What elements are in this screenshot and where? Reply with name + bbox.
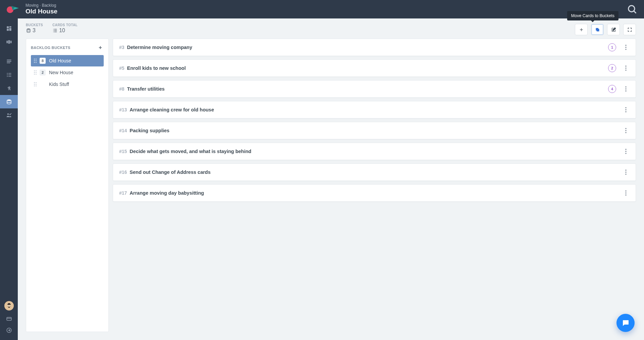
card-row[interactable]: #17Arrange moving day babysitting — [113, 184, 636, 202]
svg-point-44 — [36, 74, 37, 75]
svg-point-42 — [36, 72, 37, 73]
card-menu-button[interactable] — [622, 64, 630, 72]
svg-point-36 — [36, 60, 37, 61]
card-row[interactable]: #13Arrange cleaning crew for old house — [113, 101, 636, 118]
card-menu-button[interactable] — [622, 189, 630, 197]
grip-icon[interactable] — [34, 82, 37, 87]
add-bucket-button[interactable]: + — [97, 44, 104, 51]
rail-billing[interactable] — [0, 313, 18, 325]
svg-rect-27 — [7, 318, 11, 321]
card-menu-button[interactable] — [622, 127, 630, 134]
svg-point-40 — [36, 70, 37, 71]
rail-boards[interactable] — [0, 35, 18, 49]
bucket-item[interactable]: 8Old House — [31, 55, 104, 66]
svg-point-68 — [625, 153, 626, 154]
move-cards-button[interactable] — [591, 24, 604, 35]
card-row[interactable]: #8Transfer utilities4 — [113, 80, 636, 98]
svg-point-51 — [625, 45, 626, 46]
svg-point-38 — [36, 62, 37, 63]
card-title: Decide what gets moved, and what is stay… — [130, 149, 622, 154]
rail-menu[interactable] — [0, 55, 18, 68]
stat-buckets-label: BUCKETS — [26, 23, 43, 27]
card-menu-button[interactable] — [622, 85, 630, 93]
cards-list: #3Determine moving company1#5Enroll kids… — [113, 39, 636, 332]
card-row[interactable]: #14Packing supplies — [113, 122, 636, 139]
svg-point-69 — [625, 169, 626, 171]
svg-rect-9 — [10, 41, 11, 43]
toolbar: Move Cards to Buckets — [575, 24, 636, 35]
top-bar: Moving · Backlog Old House — [0, 0, 644, 18]
card-menu-button[interactable] — [622, 106, 630, 113]
card-title: Send out Change of Address cards — [130, 169, 622, 175]
search-button[interactable] — [627, 4, 638, 15]
svg-point-26 — [9, 305, 10, 305]
svg-point-60 — [625, 107, 626, 108]
card-row[interactable]: #15Decide what gets moved, and what is s… — [113, 143, 636, 160]
list-icon — [52, 28, 58, 33]
add-card-button[interactable] — [575, 24, 588, 35]
bucket-name: Kids Stuff — [49, 82, 69, 87]
card-title: Transfer utilities — [127, 86, 608, 92]
svg-point-67 — [625, 151, 626, 152]
svg-point-13 — [7, 73, 7, 74]
svg-point-59 — [625, 90, 626, 91]
svg-rect-12 — [7, 62, 10, 63]
grip-icon[interactable] — [34, 58, 37, 63]
svg-point-30 — [27, 29, 30, 30]
rail-list[interactable] — [0, 68, 18, 82]
rail-backlog[interactable] — [0, 95, 18, 108]
tooltip-move-cards: Move Cards to Buckets — [567, 11, 618, 20]
rail-logout[interactable] — [0, 325, 18, 336]
card-menu-button[interactable] — [622, 44, 630, 51]
page-title: Old House — [26, 8, 57, 15]
rail-sprint[interactable] — [0, 82, 18, 95]
svg-rect-4 — [9, 26, 11, 28]
buckets-panel: BACKLOG BUCKETS + 8Old House2New HouseKi… — [26, 39, 109, 332]
chat-fab[interactable] — [616, 314, 635, 332]
card-menu-button[interactable] — [622, 148, 630, 155]
svg-point-39 — [34, 70, 35, 71]
svg-point-49 — [34, 86, 35, 87]
card-id: #17 — [119, 190, 127, 196]
svg-rect-11 — [7, 61, 11, 62]
card-title: Arrange cleaning crew for old house — [130, 107, 622, 112]
card-id: #13 — [119, 107, 127, 112]
card-row[interactable]: #5Enroll kids to new school2 — [113, 59, 636, 77]
app-logo[interactable] — [6, 5, 19, 14]
svg-point-62 — [625, 111, 626, 112]
svg-point-63 — [625, 128, 626, 129]
stat-buckets: BUCKETS 3 — [26, 23, 43, 34]
bucket-item[interactable]: 2New House — [31, 67, 104, 78]
fullscreen-button[interactable] — [623, 24, 636, 35]
svg-point-70 — [625, 172, 626, 173]
rail-dashboard[interactable] — [0, 22, 18, 35]
card-title: Arrange moving day babysitting — [130, 190, 622, 196]
card-id: #16 — [119, 169, 127, 175]
svg-point-73 — [625, 192, 626, 193]
svg-point-15 — [7, 75, 7, 75]
svg-point-57 — [625, 86, 626, 87]
priority-badge: 4 — [608, 85, 616, 93]
svg-point-52 — [625, 47, 626, 48]
stat-cards-label: CARDS TOTAL — [52, 23, 78, 27]
svg-line-2 — [634, 11, 636, 13]
left-rail — [0, 18, 18, 340]
svg-point-1 — [629, 5, 635, 11]
edit-button[interactable] — [607, 24, 620, 35]
svg-point-43 — [34, 74, 35, 75]
card-row[interactable]: #3Determine moving company1 — [113, 39, 636, 56]
rail-team[interactable] — [0, 108, 18, 122]
svg-point-64 — [625, 130, 626, 131]
svg-point-58 — [625, 88, 626, 89]
bucket-name: Old House — [49, 58, 71, 63]
svg-point-37 — [34, 62, 35, 63]
svg-point-46 — [36, 82, 37, 83]
user-avatar[interactable] — [4, 301, 14, 310]
breadcrumb[interactable]: Moving · Backlog — [26, 3, 57, 8]
bucket-count: 2 — [40, 69, 46, 76]
svg-rect-32 — [597, 29, 599, 32]
card-row[interactable]: #16Send out Change of Address cards — [113, 163, 636, 181]
grip-icon[interactable] — [34, 70, 37, 75]
card-menu-button[interactable] — [622, 168, 630, 176]
bucket-item[interactable]: Kids Stuff — [31, 79, 104, 90]
